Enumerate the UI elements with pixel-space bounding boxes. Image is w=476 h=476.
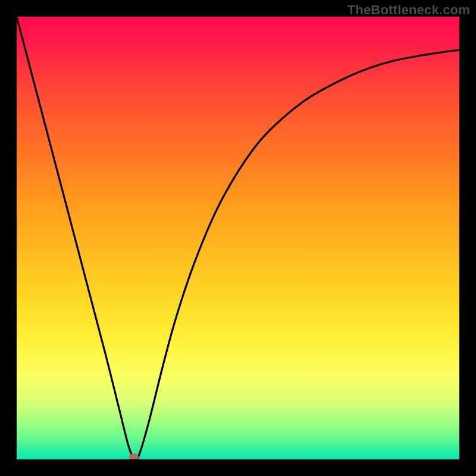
plot-area: [17, 17, 459, 459]
minimum-marker: [129, 453, 139, 459]
bottleneck-curve: [17, 17, 459, 459]
chart-frame: TheBottleneck.com: [0, 0, 476, 476]
watermark-text: TheBottleneck.com: [347, 2, 470, 18]
